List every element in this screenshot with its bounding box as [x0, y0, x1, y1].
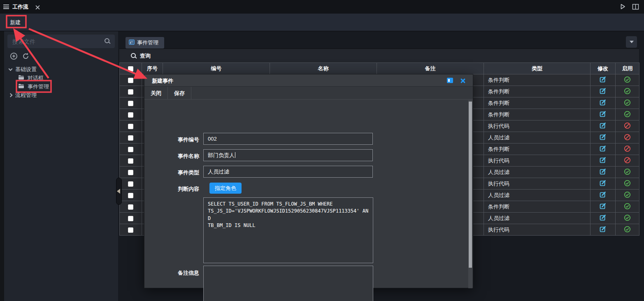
edit-icon[interactable]	[600, 112, 606, 118]
enabled-icon[interactable]	[624, 182, 631, 188]
type-cell: 执行代码	[484, 120, 591, 132]
search-input[interactable]	[7, 35, 115, 48]
event-code-field[interactable]: 002	[203, 133, 373, 145]
column-header-0[interactable]: 序号	[142, 63, 163, 74]
row-checkbox[interactable]	[128, 227, 133, 233]
dialog-scrollbar[interactable]	[468, 100, 472, 288]
edit-icon[interactable]	[600, 158, 606, 164]
column-header-2[interactable]: 名称	[270, 63, 377, 74]
title-bar: 工作流	[0, 0, 644, 14]
disabled-icon[interactable]	[624, 124, 631, 130]
tab-list-dropdown-button[interactable]	[626, 36, 637, 48]
row-checkbox[interactable]	[128, 112, 133, 118]
disabled-icon[interactable]	[624, 159, 631, 165]
row-checkbox[interactable]	[128, 170, 133, 175]
run-icon[interactable]	[619, 3, 626, 12]
enabled-icon[interactable]	[624, 205, 631, 211]
query-button[interactable]: 查询	[131, 52, 151, 60]
edit-icon[interactable]	[600, 135, 606, 141]
tree-item-基础设置[interactable]: 基础设置	[0, 65, 114, 74]
column-header-5[interactable]: 修改	[591, 63, 616, 74]
row-checkbox[interactable]	[128, 181, 133, 187]
edit-icon[interactable]	[600, 193, 606, 199]
event-code-label: 事件编号	[158, 136, 199, 144]
row-checkbox[interactable]	[128, 147, 133, 152]
tree-item-label: 流程管理	[15, 92, 37, 99]
edit-icon[interactable]	[600, 181, 606, 188]
close-icon[interactable]	[460, 78, 465, 83]
enabled-icon[interactable]	[624, 170, 631, 176]
type-cell: 条件判断	[484, 144, 591, 155]
enabled-icon[interactable]	[624, 193, 631, 199]
edit-icon[interactable]	[600, 227, 606, 234]
row-checkbox[interactable]	[128, 204, 133, 210]
column-header-6[interactable]: 启用	[616, 63, 639, 74]
dialog-header[interactable]: 新建事件	[144, 74, 473, 87]
event-type-field[interactable]: 人员过滤	[203, 166, 373, 178]
edit-icon[interactable]	[600, 101, 606, 107]
edit-icon[interactable]	[600, 170, 606, 176]
scrollbar-thumb[interactable]	[469, 102, 472, 268]
row-checkbox[interactable]	[128, 158, 133, 164]
edit-icon[interactable]	[600, 147, 606, 153]
dialog-save-button[interactable]: 保存	[168, 87, 191, 100]
tree-item-label: 事件管理	[28, 83, 49, 90]
enabled-icon[interactable]	[624, 228, 631, 234]
edit-icon[interactable]	[600, 204, 606, 211]
grid-window-icon	[129, 39, 135, 46]
edit-icon[interactable]	[600, 216, 606, 222]
refresh-button[interactable]	[22, 52, 30, 61]
maximize-icon[interactable]	[447, 78, 453, 83]
sql-textarea[interactable]: SELECT TS_USER_ID FROM TS_FLOW_JS_BM WHE…	[203, 197, 373, 263]
edit-icon[interactable]	[600, 78, 606, 84]
enabled-icon[interactable]	[624, 90, 631, 96]
new-button[interactable]: 新建	[10, 19, 21, 26]
dialog-body: 事件编号 002 事件名称 部门负责人 事件类型 人员过滤 判断内容 指定角色 …	[144, 100, 473, 288]
event-type-label: 事件类型	[158, 169, 199, 176]
caret-down-icon[interactable]	[9, 67, 13, 71]
edit-icon[interactable]	[600, 124, 606, 130]
search-icon[interactable]	[105, 38, 110, 44]
row-checkbox[interactable]	[128, 193, 133, 198]
enabled-icon[interactable]	[624, 216, 631, 222]
hamburger-menu-icon[interactable]	[3, 5, 9, 9]
type-cell: 条件判断	[484, 74, 591, 86]
assign-role-button[interactable]: 指定角色	[209, 183, 242, 194]
tree-item-对话框[interactable]: 对话框	[0, 74, 114, 82]
collapse-left-icon	[117, 189, 120, 194]
add-button[interactable]	[10, 52, 18, 61]
disabled-icon[interactable]	[624, 136, 631, 142]
type-cell: 条件判断	[484, 109, 591, 120]
split-view-icon[interactable]	[632, 3, 639, 12]
caret-right-icon[interactable]	[9, 93, 13, 97]
window-tab-title[interactable]: 工作流	[12, 3, 28, 11]
select-all-checkbox[interactable]	[128, 66, 133, 72]
enabled-icon[interactable]	[624, 113, 631, 119]
row-checkbox[interactable]	[128, 78, 133, 83]
dialog-close-button[interactable]: 关闭	[144, 87, 168, 100]
document-tab-event-management[interactable]: 事件管理	[126, 37, 164, 49]
event-name-field[interactable]: 部门负责人	[203, 149, 373, 161]
column-header-4[interactable]: 类型	[484, 63, 591, 74]
column-header-3[interactable]: 备注	[377, 63, 484, 74]
query-bar: 查询	[119, 49, 639, 63]
enabled-icon[interactable]	[624, 78, 631, 84]
column-header-1[interactable]: 编号	[163, 63, 270, 74]
row-checkbox[interactable]	[128, 124, 133, 129]
folder-icon	[18, 83, 24, 90]
sidebar-collapse-handle[interactable]	[116, 178, 122, 205]
row-checkbox[interactable]	[128, 216, 133, 221]
disabled-icon[interactable]	[624, 147, 631, 153]
judge-content-label: 判断内容	[158, 185, 199, 193]
row-checkbox[interactable]	[128, 135, 133, 141]
remark-textarea[interactable]	[203, 266, 373, 301]
close-icon	[35, 5, 40, 9]
row-checkbox[interactable]	[128, 89, 133, 95]
type-cell: 人员过滤	[484, 213, 591, 224]
row-checkbox[interactable]	[128, 101, 133, 106]
tab-close-button[interactable]	[35, 5, 40, 11]
tree-item-事件管理[interactable]: 事件管理	[0, 82, 114, 91]
edit-icon[interactable]	[600, 89, 606, 95]
enabled-icon[interactable]	[624, 101, 631, 107]
tree-item-流程管理[interactable]: 流程管理	[0, 91, 114, 100]
